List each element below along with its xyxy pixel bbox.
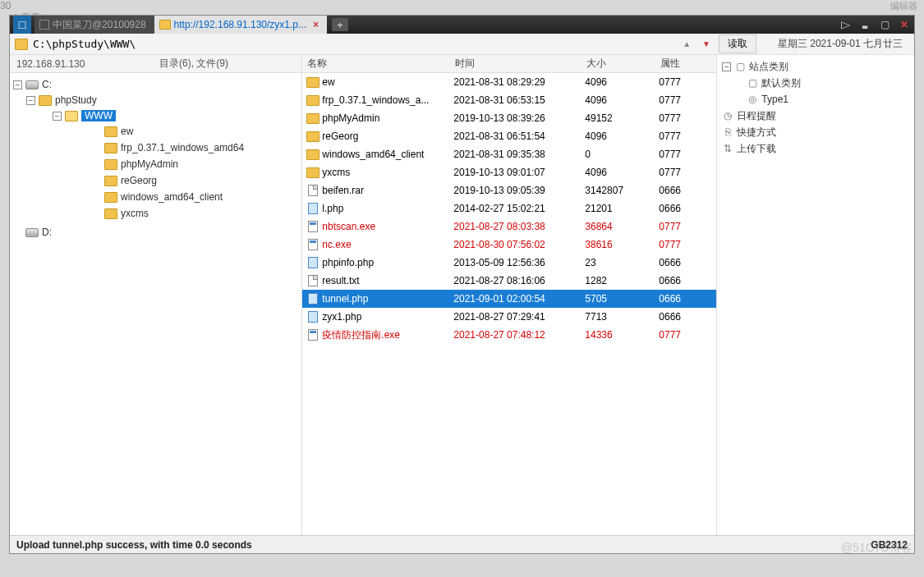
col-size[interactable]: 大小 [582, 57, 655, 71]
shortcut-item[interactable]: 快捷方式 [722, 124, 909, 140]
col-time[interactable]: 时间 [450, 57, 582, 71]
file-name: phpinfo.php [322, 257, 453, 268]
ip-text: 192.168.91.130 [10, 58, 156, 70]
tab-active[interactable]: http://192.168.91.130/zyx1.p... × [154, 16, 327, 34]
read-button[interactable]: 读取 [719, 34, 756, 53]
tree-node[interactable]: yxcms [92, 206, 298, 221]
path-down-icon[interactable] [699, 39, 714, 48]
collapse-icon[interactable]: − [26, 96, 35, 105]
tree-node[interactable]: reGeorg [92, 173, 298, 188]
type1-category[interactable]: Type1 [722, 91, 909, 108]
file-size: 36864 [585, 221, 659, 232]
collapse-icon[interactable]: − [722, 62, 731, 71]
folder-icon [306, 77, 319, 88]
status-text: Upload tunnel.php success, with time 0.0… [16, 539, 252, 551]
tree-node[interactable]: frp_0.37.1_windows_amd64 [92, 140, 298, 155]
folder-tree[interactable]: −C: −phpStudy −WWW ewfrp_0.37.1_windows_… [10, 73, 301, 535]
tree-node[interactable]: phpMyAdmin [92, 157, 298, 172]
tree-node[interactable]: windows_amd64_client [92, 190, 298, 204]
file-time: 2021-08-27 08:03:38 [453, 221, 585, 232]
file-attr: 0666 [659, 203, 716, 214]
tree-node-c[interactable]: −C: [13, 77, 298, 92]
php-icon [308, 203, 318, 214]
collapse-icon[interactable]: − [53, 112, 62, 121]
tab-close-icon[interactable]: × [313, 19, 319, 30]
file-name: phpMyAdmin [322, 112, 453, 124]
folder-icon [306, 95, 319, 106]
file-row[interactable]: tunnel.php2021-09-01 02:00:5457050666 [302, 290, 716, 308]
file-list[interactable]: ew2021-08-31 08:29:2940960777frp_0.37.1_… [302, 73, 716, 535]
file-size: 38616 [585, 239, 659, 250]
file-time: 2021-08-27 08:16:06 [453, 275, 585, 286]
file-time: 2013-05-09 12:56:36 [453, 257, 585, 268]
col-attr[interactable]: 属性 [655, 57, 713, 71]
tab-inactive[interactable]: 中国菜刀@20100928 [34, 16, 154, 34]
schedule-item[interactable]: 日程提醒 [722, 108, 909, 124]
close-button[interactable] [894, 16, 914, 34]
file-name: result.txt [322, 275, 453, 286]
square-icon [747, 77, 758, 89]
exe-icon [308, 221, 318, 232]
file-attr: 0666 [659, 293, 716, 305]
file-row[interactable]: nbtscan.exe2021-08-27 08:03:38368640777 [302, 218, 716, 236]
spacer [13, 228, 22, 237]
path-bar: 读取 星期三 2021-09-01 七月廿三 [10, 34, 914, 55]
tree-node-phpstudy[interactable]: −phpStudy [26, 93, 298, 108]
date-text: 星期三 2021-09-01 七月廿三 [778, 37, 909, 51]
file-row[interactable]: beifen.rar2019-10-13 09:05:3931428070666 [302, 181, 716, 199]
folder-icon [104, 159, 117, 170]
folder-icon [104, 208, 117, 219]
file-row[interactable]: 疫情防控指南.exe2021-08-27 07:48:12143360777 [302, 326, 716, 344]
file-row[interactable]: reGeorg2021-08-31 06:51:5440960777 [302, 127, 716, 145]
path-up-icon[interactable] [679, 42, 694, 47]
file-attr: 0666 [659, 185, 716, 196]
file-size: 5705 [585, 293, 659, 305]
file-row[interactable]: windows_amd64_client2021-08-31 09:35:380… [302, 145, 716, 163]
folder-icon [306, 149, 319, 160]
file-attr: 0777 [659, 239, 716, 250]
stats-text: 目录(6), 文件(9) [156, 57, 228, 71]
file-row[interactable]: phpMyAdmin2019-10-13 08:39:26491520777 [302, 109, 716, 127]
file-row[interactable]: nc.exe2021-08-30 07:56:02386160777 [302, 236, 716, 254]
folder-icon [306, 131, 319, 142]
file-size: 14336 [585, 329, 659, 341]
file-time: 2021-08-31 09:35:38 [453, 149, 585, 160]
file-name: windows_amd64_client [322, 149, 453, 160]
file-row[interactable]: frp_0.37.1_windows_a...2021-08-31 06:53:… [302, 91, 716, 109]
file-attr: 0777 [659, 131, 716, 142]
site-category[interactable]: −站点类别 [722, 58, 909, 75]
file-row[interactable]: ew2021-08-31 08:29:2940960777 [302, 73, 716, 91]
square-icon [734, 61, 746, 72]
path-input[interactable] [33, 38, 674, 50]
minimize-button[interactable] [855, 16, 875, 34]
file-name: reGeorg [322, 131, 453, 142]
globe-icon [747, 94, 758, 105]
file-time: 2019-10-13 09:05:39 [453, 185, 585, 196]
file-attr: 0777 [659, 76, 716, 88]
file-row[interactable]: phpinfo.php2013-05-09 12:56:36230666 [302, 254, 716, 272]
tree-node-d[interactable]: D: [13, 225, 298, 240]
file-time: 2021-08-30 07:56:02 [453, 239, 585, 250]
file-size: 4096 [585, 94, 659, 106]
file-row[interactable]: yxcms2019-10-13 09:01:0740960777 [302, 163, 716, 181]
edit-label: 编辑器 [890, 0, 917, 12]
maximize-button[interactable] [875, 16, 894, 34]
file-time: 2021-08-27 07:48:12 [453, 329, 585, 341]
nav-arrow-icon[interactable] [835, 16, 855, 34]
file-size: 4096 [585, 131, 659, 142]
folder-icon [15, 39, 28, 50]
upload-download-item[interactable]: 上传下载 [722, 140, 909, 157]
collapse-icon[interactable]: − [13, 80, 22, 89]
tree-node-www[interactable]: −WWW [53, 108, 298, 123]
file-row[interactable]: l.php2014-02-27 15:02:21212010666 [302, 199, 716, 218]
tree-selected: WWW [81, 110, 116, 121]
php-icon [308, 293, 318, 305]
file-time: 2021-08-31 08:29:29 [453, 76, 585, 88]
file-size: 21201 [585, 203, 659, 214]
col-name[interactable]: 名称 [302, 57, 450, 71]
tab-add-button[interactable] [332, 18, 348, 31]
file-row[interactable]: result.txt2021-08-27 08:16:0612820666 [302, 272, 716, 290]
file-row[interactable]: zyx1.php2021-08-27 07:29:4177130666 [302, 308, 716, 326]
default-category[interactable]: 默认类别 [722, 75, 909, 91]
tree-node[interactable]: ew [92, 124, 298, 139]
